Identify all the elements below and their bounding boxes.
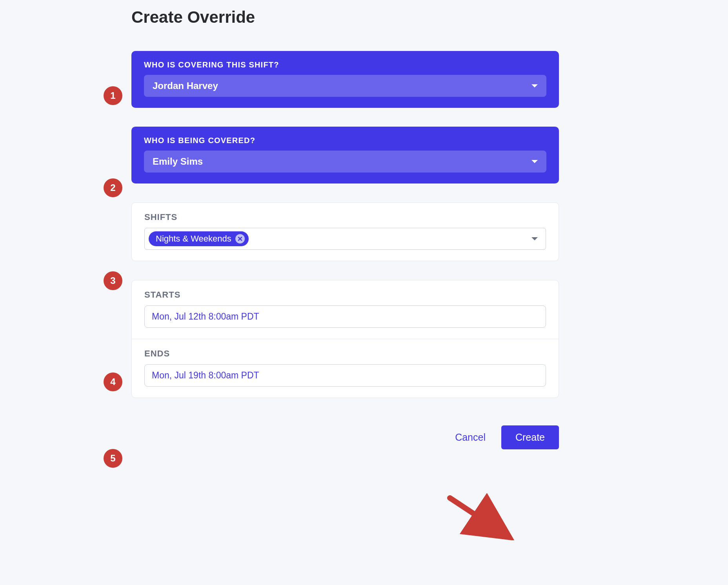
ends-section: ENDS	[132, 339, 559, 398]
annotation-dot-1: 1	[104, 86, 122, 105]
shifts-select[interactable]: Nights & Weekends	[144, 228, 546, 250]
annotation-dot-5: 5	[104, 449, 122, 468]
button-row: Cancel Create	[131, 425, 559, 449]
ends-label: ENDS	[144, 349, 546, 359]
chip-close-icon[interactable]	[235, 234, 245, 243]
time-card: STARTS ENDS	[131, 280, 559, 398]
covering-card: WHO IS COVERING THIS SHIFT? Jordan Harve…	[131, 51, 559, 108]
covered-select[interactable]: Emily Sims	[144, 151, 546, 173]
svg-line-3	[450, 498, 496, 529]
covering-label: WHO IS COVERING THIS SHIFT?	[144, 60, 546, 69]
covering-value: Jordan Harvey	[153, 80, 218, 91]
annotation-dot-4: 4	[104, 372, 122, 391]
starts-section: STARTS	[132, 280, 559, 339]
annotation-dot-3: 3	[104, 271, 122, 290]
caret-down-icon	[531, 84, 538, 87]
caret-down-icon	[531, 237, 538, 240]
shift-chip: Nights & Weekends	[149, 231, 249, 246]
covered-card: WHO IS BEING COVERED? Emily Sims	[131, 127, 559, 183]
annotation-dot-2: 2	[104, 178, 122, 197]
create-override-form: Create Override WHO IS COVERING THIS SHI…	[131, 8, 559, 449]
covered-value: Emily Sims	[153, 156, 203, 167]
shifts-card: SHIFTS Nights & Weekends	[131, 202, 559, 261]
shift-chip-label: Nights & Weekends	[156, 234, 231, 244]
starts-input[interactable]	[144, 305, 546, 328]
covering-select[interactable]: Jordan Harvey	[144, 75, 546, 97]
annotation-arrow-icon	[445, 493, 516, 540]
starts-label: STARTS	[144, 290, 546, 300]
shifts-label: SHIFTS	[144, 212, 546, 222]
ends-input[interactable]	[144, 364, 546, 387]
covered-label: WHO IS BEING COVERED?	[144, 136, 546, 145]
page-title: Create Override	[131, 8, 559, 27]
cancel-button[interactable]: Cancel	[451, 427, 490, 448]
create-button[interactable]: Create	[501, 425, 559, 449]
caret-down-icon	[531, 160, 538, 163]
